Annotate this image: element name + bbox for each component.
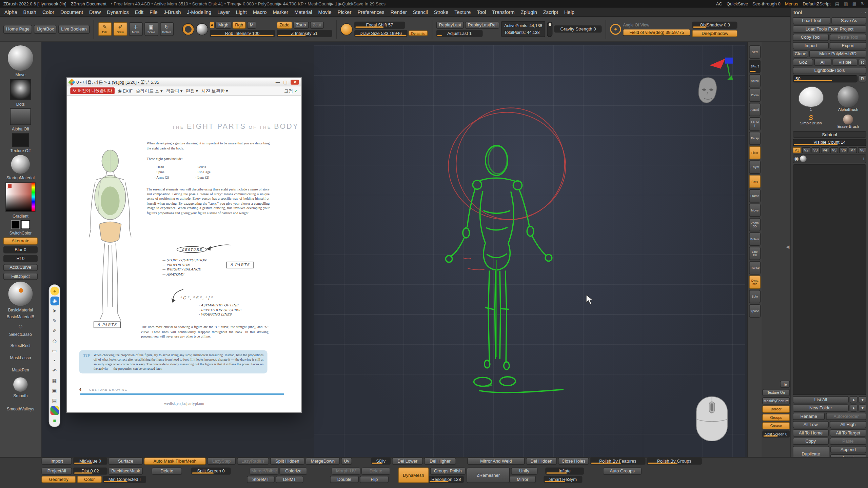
live-boolean-button[interactable]: Live Boolean [58, 25, 90, 34]
load-tools-from-project-button[interactable]: Load Tools From Project [793, 25, 866, 33]
append-button[interactable]: Append [830, 446, 866, 453]
all-to-target-button[interactable]: All To Target [830, 429, 867, 436]
menu-item[interactable]: Edit [135, 9, 143, 15]
default-zscript-button[interactable]: DefaultZScript [803, 1, 831, 6]
clear-icon[interactable]: ▦ [50, 376, 59, 385]
shape-icon[interactable]: ◇ [50, 337, 59, 345]
menu-item[interactable]: Tool [477, 9, 486, 15]
floor-button[interactable]: Floor [749, 146, 761, 159]
bottom-tray-button[interactable]: Close Holes [558, 458, 589, 465]
menu-item[interactable]: Zplugin [521, 9, 537, 15]
bottom-tray-button[interactable]: Auto Groups [603, 468, 642, 475]
split-screen-slider[interactable]: Split Screen 0 [762, 430, 790, 438]
draw-size-icon[interactable] [340, 23, 353, 35]
menu-item[interactable]: Zscript [543, 9, 558, 15]
replay-last-rel-button[interactable]: ReplayLastRel [465, 21, 499, 28]
slideshow-menu[interactable]: 슬라이드 쇼▾ [136, 88, 163, 94]
rotate-mode-button[interactable]: ↻Rotate [160, 22, 174, 36]
subtool-thumb[interactable] [800, 156, 807, 162]
subtool-tab-v2[interactable]: V2 [802, 147, 810, 153]
bottom-tray-button[interactable]: DelMT [276, 476, 303, 483]
dynamic-button[interactable]: Dynamic [749, 276, 761, 289]
palette-icon[interactable] [50, 406, 59, 415]
current-brush-thumb[interactable] [8, 45, 33, 71]
folder-up-button[interactable]: ▴ [850, 404, 857, 411]
fov-slider[interactable]: Field of view(deg) 39.59775 [623, 28, 690, 36]
frame-button[interactable]: Frame [749, 189, 761, 202]
zsub-button[interactable]: Zsub [293, 21, 309, 28]
bottom-tray-button[interactable]: SDiv [371, 458, 391, 465]
paste-button[interactable]: Paste [830, 438, 866, 445]
gravity-strength-slider[interactable]: Gravity Strength 0 [554, 25, 602, 33]
menu-item[interactable]: J-Modeling [187, 9, 211, 15]
menu-item[interactable]: Light [236, 9, 247, 15]
lightbox-tools-button[interactable]: Lightbox▶Tools [793, 67, 866, 74]
te-panel-edge[interactable]: Te [780, 381, 790, 388]
alternate-button[interactable]: Alternate [3, 237, 38, 244]
solo-button[interactable]: Solo [749, 290, 761, 303]
menu-item[interactable]: Help [564, 9, 574, 15]
import-button[interactable]: Import [793, 42, 829, 49]
stroke-thumb[interactable] [10, 79, 31, 100]
bottom-tray-button[interactable]: Smart ReSym [544, 476, 582, 483]
library-menu[interactable]: 사진 보관함▾ [201, 88, 228, 94]
menu-item[interactable]: Picker [338, 9, 352, 15]
menu-item[interactable]: Material [294, 9, 312, 15]
bottom-tray-button[interactable]: Mirror And Weld [467, 458, 525, 465]
ruler-icon[interactable]: ▭ [50, 346, 59, 355]
bottom-tray-button[interactable]: Del Lower [392, 458, 423, 465]
zoom-button[interactable]: Zoom [749, 88, 761, 102]
maximize-button[interactable]: ▢ [283, 79, 287, 84]
all-low-button[interactable]: All Low [793, 421, 828, 428]
color-picker[interactable] [5, 182, 35, 212]
draw-mode-button[interactable]: ✐Draw [113, 22, 127, 36]
lightbox-button[interactable]: LightBox [34, 25, 57, 34]
cursor-icon[interactable]: ➤ [50, 306, 59, 315]
aahalf-button[interactable]: AAHalf [749, 117, 761, 130]
menu-item[interactable]: Document [60, 9, 83, 15]
focal-shift-slider[interactable]: Focal Shift 57 [354, 21, 405, 28]
copy-tool-button[interactable]: Copy Tool [793, 34, 828, 41]
actual-button[interactable]: Actual [749, 103, 761, 116]
material-preview-button[interactable] [196, 23, 208, 35]
menus-toggle[interactable]: Menus [785, 1, 798, 6]
rf-slider[interactable]: Rf 0 [3, 255, 38, 262]
collapse-icon[interactable]: ▪ [865, 10, 866, 15]
deep-shadow-button[interactable]: DeepShadow [692, 29, 737, 37]
menu-item[interactable]: Dynamics [107, 9, 129, 15]
tool-slider-50[interactable]: 50 [793, 75, 857, 82]
menu-item[interactable]: Brush [23, 9, 36, 15]
subtool-tab-v8[interactable]: V8 [858, 147, 866, 153]
eraser-brush-thumb[interactable] [843, 115, 853, 124]
gravity-widget[interactable] [547, 21, 553, 37]
bottom-tray-button[interactable]: MidValue 0 [73, 458, 107, 465]
z-intensity-slider[interactable]: Z Intensity 51 [277, 29, 332, 37]
scale-mode-button[interactable]: ▣Scale [144, 22, 158, 36]
see-through-slider[interactable]: See-through 0 [752, 1, 781, 6]
current-tool-cell[interactable]: 1 [793, 86, 829, 111]
menu-item[interactable]: Color [42, 9, 54, 15]
goz-r-button[interactable]: R [859, 59, 866, 66]
rgb-intensity-slider[interactable]: Rgb Intensity 100 [210, 29, 275, 37]
alpha-brush-thumb[interactable] [838, 86, 859, 107]
bottom-tray-button[interactable]: Flip [360, 476, 389, 483]
transp-button[interactable]: Transp [749, 261, 761, 274]
bottom-tray-button[interactable]: Polish By Groups [647, 458, 702, 465]
menu-item[interactable]: Transform [492, 9, 514, 15]
mrgb-button[interactable]: Mrgb [216, 21, 231, 28]
bottom-tray-button[interactable]: Min Connected I [103, 476, 146, 483]
highlighter-icon[interactable]: ✐ [50, 326, 59, 335]
subtool-list[interactable] [793, 164, 866, 395]
zadd-button[interactable]: Zadd [277, 21, 292, 28]
draw-size-slider[interactable]: Draw Size 533.19946 [354, 29, 407, 37]
subtool-eye-icon[interactable]: ◉ [794, 156, 799, 161]
bottom-tray-button[interactable]: StoreMT [247, 476, 275, 483]
bottom-tray-button[interactable]: Mirror [509, 476, 536, 483]
bottom-tray-button[interactable]: Colorize [279, 468, 307, 475]
menu-item[interactable]: Marker [273, 9, 289, 15]
lasso-icon[interactable]: ⌾ [19, 323, 22, 330]
menu-item[interactable]: Stroke [434, 9, 448, 15]
dot-icon[interactable]: • [50, 356, 59, 365]
bottom-tray-button[interactable]: Del Hidden [526, 458, 557, 465]
menu-item[interactable]: File [150, 9, 158, 15]
